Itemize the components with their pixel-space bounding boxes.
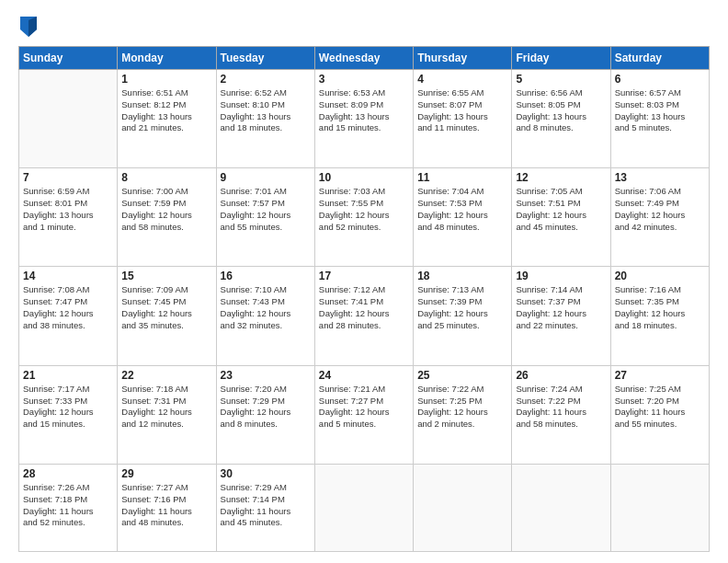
day-info: Sunrise: 7:24 AM Sunset: 7:22 PM Dayligh…	[516, 384, 606, 431]
day-number: 11	[417, 171, 507, 184]
calendar-cell	[19, 70, 118, 168]
header	[18, 17, 710, 37]
page: SundayMondayTuesdayWednesdayThursdayFrid…	[0, 0, 728, 563]
calendar-cell: 7Sunrise: 6:59 AM Sunset: 8:01 PM Daylig…	[19, 168, 118, 267]
day-info: Sunrise: 7:13 AM Sunset: 7:39 PM Dayligh…	[417, 284, 507, 331]
day-number: 15	[121, 270, 211, 282]
calendar-cell: 27Sunrise: 7:25 AM Sunset: 7:20 PM Dayli…	[610, 365, 709, 464]
calendar-table: SundayMondayTuesdayWednesdayThursdayFrid…	[18, 46, 710, 552]
weekday-header-wednesday: Wednesday	[314, 47, 413, 70]
day-number: 7	[23, 171, 113, 184]
weekday-header-friday: Friday	[512, 47, 610, 70]
day-number: 29	[121, 467, 211, 480]
calendar-cell: 12Sunrise: 7:05 AM Sunset: 7:51 PM Dayli…	[512, 168, 610, 267]
day-info: Sunrise: 7:27 AM Sunset: 7:16 PM Dayligh…	[121, 482, 211, 529]
day-info: Sunrise: 6:56 AM Sunset: 8:05 PM Dayligh…	[516, 87, 606, 134]
calendar-cell: 4Sunrise: 6:55 AM Sunset: 8:07 PM Daylig…	[414, 70, 512, 168]
day-number: 28	[23, 467, 113, 480]
day-number: 17	[319, 270, 409, 282]
day-info: Sunrise: 7:16 AM Sunset: 7:35 PM Dayligh…	[615, 284, 705, 331]
logo	[18, 17, 38, 37]
day-info: Sunrise: 7:06 AM Sunset: 7:49 PM Dayligh…	[615, 186, 705, 233]
day-number: 12	[516, 171, 606, 184]
calendar-cell: 3Sunrise: 6:53 AM Sunset: 8:09 PM Daylig…	[314, 70, 413, 168]
weekday-header-saturday: Saturday	[610, 47, 709, 70]
day-info: Sunrise: 7:05 AM Sunset: 7:51 PM Dayligh…	[516, 186, 606, 233]
day-number: 22	[121, 369, 211, 382]
calendar-cell: 8Sunrise: 7:00 AM Sunset: 7:59 PM Daylig…	[118, 168, 216, 267]
day-info: Sunrise: 7:25 AM Sunset: 7:20 PM Dayligh…	[615, 384, 705, 431]
week-row-3: 14Sunrise: 7:08 AM Sunset: 7:47 PM Dayli…	[19, 267, 710, 365]
calendar-cell: 15Sunrise: 7:09 AM Sunset: 7:45 PM Dayli…	[118, 267, 216, 365]
day-number: 8	[121, 171, 211, 184]
day-number: 1	[121, 73, 211, 86]
week-row-2: 7Sunrise: 6:59 AM Sunset: 8:01 PM Daylig…	[19, 168, 710, 267]
day-info: Sunrise: 7:26 AM Sunset: 7:18 PM Dayligh…	[23, 482, 113, 529]
day-number: 30	[221, 467, 311, 480]
logo-icon	[20, 17, 37, 37]
calendar-cell: 5Sunrise: 6:56 AM Sunset: 8:05 PM Daylig…	[512, 70, 610, 168]
day-number: 5	[516, 73, 606, 86]
day-info: Sunrise: 7:20 AM Sunset: 7:29 PM Dayligh…	[221, 384, 311, 431]
day-info: Sunrise: 7:14 AM Sunset: 7:37 PM Dayligh…	[516, 284, 606, 331]
day-number: 24	[319, 369, 409, 382]
weekday-header-sunday: Sunday	[19, 47, 118, 70]
calendar-cell	[512, 464, 610, 551]
calendar-cell	[314, 464, 413, 551]
calendar-cell: 9Sunrise: 7:01 AM Sunset: 7:57 PM Daylig…	[216, 168, 314, 267]
day-number: 18	[417, 270, 507, 282]
calendar-cell: 28Sunrise: 7:26 AM Sunset: 7:18 PM Dayli…	[19, 464, 118, 551]
calendar-cell	[414, 464, 512, 551]
day-number: 21	[23, 369, 113, 382]
day-number: 27	[615, 369, 705, 382]
calendar-cell: 18Sunrise: 7:13 AM Sunset: 7:39 PM Dayli…	[414, 267, 512, 365]
day-info: Sunrise: 6:59 AM Sunset: 8:01 PM Dayligh…	[23, 186, 113, 233]
calendar-cell: 2Sunrise: 6:52 AM Sunset: 8:10 PM Daylig…	[216, 70, 314, 168]
day-number: 13	[615, 171, 705, 184]
day-info: Sunrise: 6:52 AM Sunset: 8:10 PM Dayligh…	[221, 87, 311, 134]
day-number: 3	[319, 73, 409, 86]
calendar-cell: 21Sunrise: 7:17 AM Sunset: 7:33 PM Dayli…	[19, 365, 118, 464]
day-number: 9	[221, 171, 311, 184]
calendar-cell: 6Sunrise: 6:57 AM Sunset: 8:03 PM Daylig…	[610, 70, 709, 168]
day-info: Sunrise: 7:21 AM Sunset: 7:27 PM Dayligh…	[319, 384, 409, 431]
day-info: Sunrise: 7:29 AM Sunset: 7:14 PM Dayligh…	[221, 482, 311, 529]
day-info: Sunrise: 7:18 AM Sunset: 7:31 PM Dayligh…	[121, 384, 211, 431]
day-info: Sunrise: 7:12 AM Sunset: 7:41 PM Dayligh…	[319, 284, 409, 331]
week-row-4: 21Sunrise: 7:17 AM Sunset: 7:33 PM Dayli…	[19, 365, 710, 464]
day-info: Sunrise: 7:00 AM Sunset: 7:59 PM Dayligh…	[121, 186, 211, 233]
calendar-cell: 29Sunrise: 7:27 AM Sunset: 7:16 PM Dayli…	[118, 464, 216, 551]
day-number: 25	[417, 369, 507, 382]
day-info: Sunrise: 6:53 AM Sunset: 8:09 PM Dayligh…	[319, 87, 409, 134]
day-info: Sunrise: 7:08 AM Sunset: 7:47 PM Dayligh…	[23, 284, 113, 331]
day-number: 4	[417, 73, 507, 86]
calendar-cell: 30Sunrise: 7:29 AM Sunset: 7:14 PM Dayli…	[216, 464, 314, 551]
day-info: Sunrise: 7:03 AM Sunset: 7:55 PM Dayligh…	[319, 186, 409, 233]
calendar-cell: 26Sunrise: 7:24 AM Sunset: 7:22 PM Dayli…	[512, 365, 610, 464]
day-info: Sunrise: 7:04 AM Sunset: 7:53 PM Dayligh…	[417, 186, 507, 233]
day-number: 19	[516, 270, 606, 282]
calendar-cell: 25Sunrise: 7:22 AM Sunset: 7:25 PM Dayli…	[414, 365, 512, 464]
calendar-cell: 24Sunrise: 7:21 AM Sunset: 7:27 PM Dayli…	[314, 365, 413, 464]
day-info: Sunrise: 7:09 AM Sunset: 7:45 PM Dayligh…	[121, 284, 211, 331]
weekday-header-monday: Monday	[118, 47, 216, 70]
day-info: Sunrise: 6:57 AM Sunset: 8:03 PM Dayligh…	[615, 87, 705, 134]
calendar-cell: 19Sunrise: 7:14 AM Sunset: 7:37 PM Dayli…	[512, 267, 610, 365]
calendar-cell	[610, 464, 709, 551]
day-info: Sunrise: 7:17 AM Sunset: 7:33 PM Dayligh…	[23, 384, 113, 431]
calendar-cell: 23Sunrise: 7:20 AM Sunset: 7:29 PM Dayli…	[216, 365, 314, 464]
day-number: 10	[319, 171, 409, 184]
day-info: Sunrise: 7:10 AM Sunset: 7:43 PM Dayligh…	[221, 284, 311, 331]
calendar-cell: 16Sunrise: 7:10 AM Sunset: 7:43 PM Dayli…	[216, 267, 314, 365]
weekday-header-row: SundayMondayTuesdayWednesdayThursdayFrid…	[19, 47, 710, 70]
day-number: 6	[615, 73, 705, 86]
day-number: 20	[615, 270, 705, 282]
day-number: 14	[23, 270, 113, 282]
calendar-cell: 10Sunrise: 7:03 AM Sunset: 7:55 PM Dayli…	[314, 168, 413, 267]
calendar-cell: 11Sunrise: 7:04 AM Sunset: 7:53 PM Dayli…	[414, 168, 512, 267]
day-info: Sunrise: 7:22 AM Sunset: 7:25 PM Dayligh…	[417, 384, 507, 431]
calendar-cell: 13Sunrise: 7:06 AM Sunset: 7:49 PM Dayli…	[610, 168, 709, 267]
day-number: 2	[221, 73, 311, 86]
day-number: 16	[221, 270, 311, 282]
day-number: 26	[516, 369, 606, 382]
